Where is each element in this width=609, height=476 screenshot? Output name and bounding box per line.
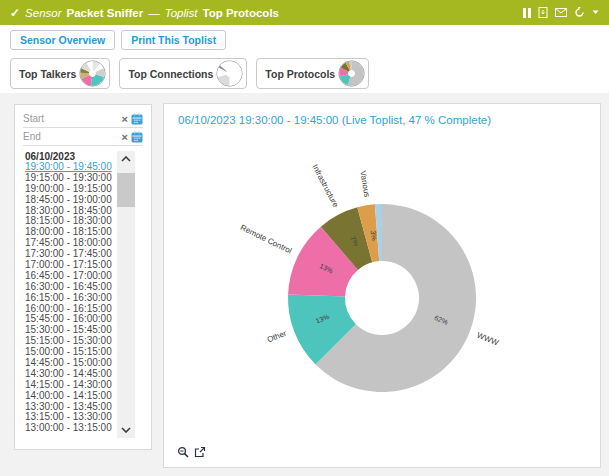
calendar-icon[interactable]	[131, 131, 143, 143]
tab-label: Top Connections	[128, 68, 213, 80]
donut-category-label: Remote Control	[239, 223, 294, 256]
end-date-input[interactable]	[23, 131, 120, 142]
pause-icon[interactable]	[523, 8, 531, 18]
chevron-up-icon[interactable]	[121, 156, 131, 162]
protocols-donut-chart: 62%WWW13%Other13%Remote Control7%Infrast…	[164, 134, 602, 464]
title-separator: —	[148, 7, 160, 19]
section-type-label: Toplist	[165, 7, 198, 19]
refresh-icon[interactable]	[574, 7, 585, 18]
chevron-down-icon[interactable]	[121, 427, 131, 433]
scrollbar[interactable]	[117, 151, 135, 438]
external-link-icon[interactable]	[194, 446, 206, 458]
time-range-list: 19:30:00 - 19:45:0019:15:00 - 19:30:0019…	[25, 162, 127, 434]
donut-category-label: Infrastructure	[310, 163, 340, 209]
tab-top-connections[interactable]: Top Connections	[119, 58, 247, 89]
pie-chart-icon	[79, 60, 106, 87]
email-icon[interactable]	[555, 8, 567, 17]
zoom-icon[interactable]	[177, 446, 189, 458]
end-field-row: ×	[23, 128, 143, 146]
clear-end-icon[interactable]: ×	[122, 132, 128, 142]
toplist-chart-panel: 06/10/2023 19:30:00 - 19:45:00 (Live Top…	[163, 103, 601, 468]
report-icon[interactable]	[538, 7, 548, 18]
prtg-toplist-page: ✓ Sensor Packet Sniffer — Toplist Top Pr…	[0, 0, 609, 476]
pie-chart-icon	[216, 60, 243, 87]
chart-title: 06/10/2023 19:30:00 - 19:45:00 (Live Top…	[178, 114, 491, 126]
interval-panel: × ×	[14, 104, 152, 450]
donut-category-label: WWW	[475, 331, 500, 348]
pie-chart-icon	[338, 60, 365, 87]
toplist-tabs: Top Talkers Top Connections Top Protocol…	[10, 58, 369, 89]
time-range-item[interactable]: 16:15:00 - 16:30:00	[25, 293, 127, 304]
title-bar: ✓ Sensor Packet Sniffer — Toplist Top Pr…	[0, 0, 609, 25]
toolbar: Sensor Overview Print This Toplist	[10, 30, 226, 50]
caret-down-icon[interactable]	[592, 10, 599, 15]
scrollbar-thumb[interactable]	[117, 173, 135, 207]
tab-top-protocols[interactable]: Top Protocols	[256, 58, 369, 89]
tab-top-talkers[interactable]: Top Talkers	[10, 58, 110, 89]
start-field-row: ×	[23, 110, 143, 128]
time-range-item[interactable]: 14:00:00 - 14:15:00	[25, 391, 127, 402]
start-date-input[interactable]	[23, 113, 120, 124]
chart-actions	[177, 446, 206, 458]
check-icon: ✓	[10, 6, 20, 20]
sensor-overview-button[interactable]: Sensor Overview	[10, 30, 115, 50]
tab-label: Top Talkers	[19, 68, 76, 80]
section-name: Top Protocols	[203, 7, 279, 19]
time-range-item[interactable]: 13:00:00 - 13:15:00	[25, 423, 127, 434]
time-range-item[interactable]: 18:45:00 - 19:00:00	[25, 195, 127, 206]
tab-label: Top Protocols	[265, 68, 335, 80]
calendar-icon[interactable]	[131, 113, 143, 125]
object-type-label: Sensor	[25, 7, 61, 19]
print-toplist-button[interactable]: Print This Toplist	[121, 30, 226, 50]
donut-category-label: Various	[358, 170, 371, 198]
clear-start-icon[interactable]: ×	[122, 114, 128, 124]
donut-category-label: Other	[266, 329, 288, 345]
sensor-name: Packet Sniffer	[67, 7, 144, 19]
